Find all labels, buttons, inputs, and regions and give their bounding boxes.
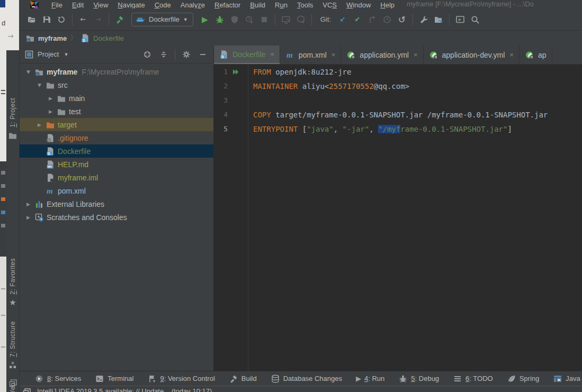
toolwindow-services[interactable]: 8: Services	[29, 371, 87, 386]
code-line[interactable]: FROM openjdk:8u212-jre	[253, 65, 582, 79]
menu-item-run[interactable]: Run	[270, 1, 292, 8]
tree-expand-arrow[interactable]: ▶	[23, 215, 33, 220]
tab-label: ap	[538, 51, 547, 59]
editor-tab-bar: DDockerfile×mpom.xml×application.yml×app…	[214, 45, 582, 65]
hide-panel-icon[interactable]	[196, 48, 209, 61]
toolwindow-todo[interactable]: 6: TODO	[447, 371, 499, 386]
project-panel: Project ▼ ▼myframeF:\MycreatPro\myframe▼…	[19, 45, 214, 371]
code-line[interactable]: ENTRYPOINT ["java", "-jar", "/myframe-0.…	[253, 122, 582, 136]
git-update-icon[interactable]: ↙	[335, 13, 350, 26]
tree-item-pom-xml[interactable]: mpom.xml	[19, 184, 213, 197]
run-anything-icon[interactable]	[453, 13, 468, 26]
file-docker-icon: D	[44, 147, 56, 156]
tool-window-label: Build	[241, 375, 257, 382]
editor-tab-dockerfile[interactable]: DDockerfile×	[214, 45, 280, 64]
menu-item-code[interactable]: Code	[150, 1, 176, 8]
tool-button-project[interactable]: 1: Project	[6, 98, 19, 140]
toolwindow-terminal[interactable]: Terminal	[89, 371, 139, 386]
menu-item-navigate[interactable]: Navigate	[113, 1, 149, 8]
tree-item-scratches-and-consoles[interactable]: ▶Scratches and Consoles	[19, 211, 213, 224]
tree-expand-arrow[interactable]: ▼	[34, 83, 44, 88]
editor-code[interactable]: FROM openjdk:8u212-jreMAINTAINER aliyu<2…	[248, 65, 582, 371]
javawin-icon	[553, 374, 562, 384]
toolwindow-java-enterprise[interactable]: Java E	[547, 371, 582, 386]
breadcrumb-separator: 〉	[70, 33, 77, 43]
status-window-icon[interactable]	[22, 387, 32, 392]
menu-item-build[interactable]: Build	[245, 1, 270, 8]
status-message[interactable]: IntelliJ IDEA 2019.3.5 available: // Upd…	[37, 387, 212, 392]
toolwindow-version-control[interactable]: 9: Version Control	[141, 371, 220, 386]
tool-window-label: 9: Version Control	[160, 375, 214, 382]
editor-tab-ap[interactable]: ap	[520, 45, 552, 64]
run-file-icon[interactable]	[228, 67, 244, 77]
close-tab-icon[interactable]: ×	[509, 51, 514, 59]
menu-item-analyze[interactable]: Analyze	[176, 1, 210, 8]
tree-item-help-md[interactable]: MDHELP.md	[19, 158, 213, 171]
save-icon[interactable]	[39, 13, 54, 26]
build-hammer-icon[interactable]	[112, 13, 127, 26]
menu-item-view[interactable]: View	[88, 1, 113, 8]
settings-wrench-icon[interactable]	[416, 13, 431, 26]
menu-item-edit[interactable]: Edit	[67, 1, 88, 8]
project-structure-icon[interactable]	[431, 13, 446, 26]
tree-expand-arrow[interactable]: ▶	[23, 202, 33, 207]
git-rollback-icon[interactable]: ↺	[395, 13, 409, 26]
menu-item-vcs[interactable]: VCS	[318, 1, 342, 8]
tree-item-test[interactable]: ▶test	[19, 105, 213, 118]
back-icon[interactable]: ←	[76, 13, 91, 26]
code-line[interactable]: COPY target/myframe-0.0.1-SNAPSHOT.jar /…	[253, 107, 582, 122]
tree-item-external-libraries[interactable]: ▶External Libraries	[19, 197, 213, 211]
menu-item-refactor[interactable]: Refactor	[210, 1, 245, 8]
file-docker-icon: D	[219, 50, 229, 59]
tree-item--gitignore[interactable]: .gitignore	[19, 131, 213, 144]
close-tab-icon[interactable]: ×	[332, 51, 336, 59]
locate-file-icon[interactable]	[141, 48, 154, 61]
gear-icon[interactable]	[180, 48, 193, 61]
tool-button-favorites[interactable]: 2: Favorites★	[6, 258, 19, 307]
editor-tab-pom-xml[interactable]: mpom.xml×	[280, 45, 342, 64]
run-icon[interactable]: ▶	[198, 13, 212, 26]
file-md-icon: MD	[44, 160, 56, 169]
sync-icon[interactable]	[54, 13, 69, 26]
toolwindow-run[interactable]: ▶4: Run	[350, 371, 390, 386]
toolwindow-build[interactable]: Build	[223, 371, 263, 386]
menu-item-tools[interactable]: Tools	[292, 1, 318, 8]
tree-item-target[interactable]: ▶target	[19, 118, 213, 131]
open-icon[interactable]	[24, 13, 39, 26]
chevron-down-icon[interactable]: ▼	[64, 52, 68, 57]
toolwindow-debug[interactable]: 5: Debug	[392, 371, 445, 386]
menu-item-help[interactable]: Help	[375, 1, 399, 8]
breadcrumb-file[interactable]: Dockerfile	[93, 34, 124, 42]
close-tab-icon[interactable]: ×	[270, 50, 274, 58]
tool-button-structure[interactable]: 7: Structure	[6, 321, 19, 370]
toolwindow-database-changes[interactable]: Database Changes	[265, 371, 348, 386]
toolwindow-spring[interactable]: Spring	[501, 371, 545, 386]
run-configuration-select[interactable]: Dockerfile▼	[131, 13, 193, 26]
code-editor[interactable]: 12345 FROM openjdk:8u212-jreMAINTAINER a…	[214, 65, 582, 371]
debug-icon[interactable]	[212, 13, 227, 26]
close-tab-icon[interactable]: ×	[414, 51, 418, 59]
tree-item-main[interactable]: ▶main	[19, 92, 213, 105]
git-commit-icon[interactable]: ✔	[350, 13, 365, 26]
search-everywhere-icon[interactable]	[468, 13, 482, 26]
tree-item-src[interactable]: ▼src	[19, 78, 213, 92]
project-panel-title[interactable]: Project	[38, 50, 59, 58]
breadcrumb-project[interactable]: myframe	[38, 34, 67, 42]
tree-expand-arrow[interactable]: ▶	[46, 96, 56, 101]
tree-item-dockerfile[interactable]: DDockerfile	[19, 144, 213, 158]
tree-expand-arrow[interactable]: ▶	[46, 109, 56, 114]
tree-item-myframe-iml[interactable]: myframe.iml	[19, 171, 213, 184]
code-line[interactable]: MAINTAINER aliyu<2557170552@qq.com>	[253, 79, 582, 93]
editor-tab-application-dev-yml[interactable]: application-dev.yml×	[424, 45, 520, 64]
tree-expand-arrow[interactable]: ▼	[23, 69, 33, 75]
tool-button-web[interactable]: Web	[6, 382, 19, 392]
tree-expand-arrow[interactable]: ▶	[34, 122, 44, 127]
collapse-all-icon[interactable]	[157, 48, 170, 61]
tree-item-myframe[interactable]: ▼myframeF:\MycreatPro\myframe	[19, 65, 213, 78]
code-line[interactable]	[253, 93, 582, 107]
code-token: rame-0.0.1-SNAPSHOT.jar"	[400, 125, 507, 133]
menu-item-window[interactable]: Window	[342, 1, 375, 8]
menu-item-file[interactable]: File	[47, 1, 67, 8]
editor-tab-application-yml[interactable]: application.yml×	[341, 45, 423, 64]
ide-main: FileEditViewNavigateCodeAnalyzeRefactorB…	[19, 0, 582, 392]
